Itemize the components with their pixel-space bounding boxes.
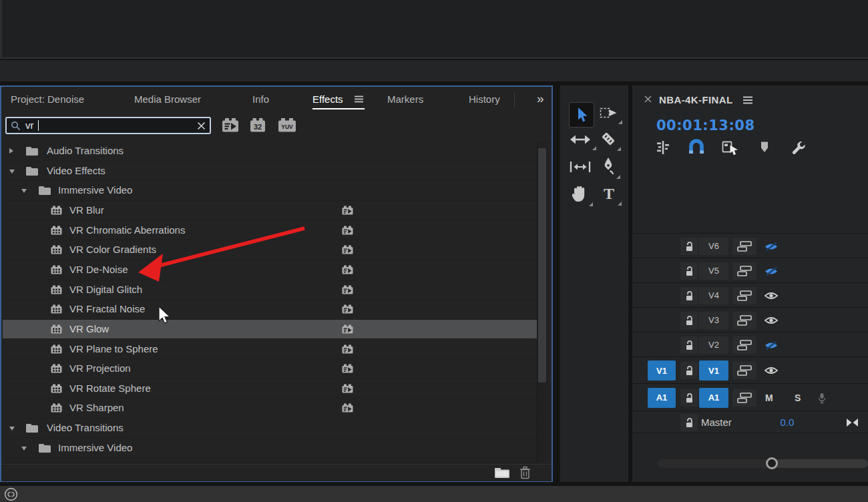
target-track-toggle[interactable] <box>732 262 756 280</box>
tree-folder-row[interactable]: Audio Transitions <box>3 142 537 162</box>
track-lock-button[interactable] <box>680 262 698 280</box>
tree-effect-row[interactable] <box>3 458 537 463</box>
target-track-toggle[interactable] <box>732 287 756 304</box>
tree-effect-row[interactable]: VR De-Noise <box>3 260 537 280</box>
tree-effect-row[interactable]: VR Digital Glitch <box>3 280 537 300</box>
chevron-down-icon[interactable] <box>9 170 15 174</box>
double-triangle-icon[interactable] <box>846 418 859 427</box>
timeline-timecode[interactable]: 00:01:13:08 <box>656 117 755 134</box>
track-header-v3[interactable]: V3 <box>632 307 868 332</box>
toggle-track-output-eye-icon[interactable] <box>764 291 779 300</box>
selection-tool[interactable] <box>569 102 594 128</box>
add-marker-icon[interactable] <box>760 141 769 153</box>
pen-tool[interactable] <box>599 156 618 177</box>
tree-effect-row[interactable]: VR Rotate Sphere <box>3 379 537 399</box>
solo-button[interactable]: S <box>795 393 801 403</box>
toggle-track-output-eye-icon[interactable] <box>764 316 779 325</box>
tab-media-browser[interactable]: Media Browser <box>134 93 201 105</box>
timeline-zoom-handle[interactable] <box>766 457 778 469</box>
tab-info[interactable]: Info <box>252 93 269 105</box>
tab-effects[interactable]: Effects <box>312 93 343 105</box>
toggle-track-output-eye-icon[interactable] <box>764 366 779 375</box>
mute-button[interactable]: M <box>765 393 773 403</box>
track-lock-button[interactable] <box>680 414 698 431</box>
panel-menu-icon[interactable] <box>354 95 364 103</box>
ripple-edit-tool[interactable] <box>567 130 594 148</box>
track-header-v6[interactable]: V6 <box>632 233 868 258</box>
target-track-toggle[interactable] <box>732 336 756 354</box>
tree-folder-row[interactable]: Immersive Video <box>3 181 537 201</box>
panel-menu-icon[interactable] <box>742 96 753 104</box>
track-name-cell[interactable]: V4 <box>699 287 728 304</box>
snap-icon[interactable] <box>688 139 705 155</box>
timeline-settings-icon[interactable] <box>791 140 806 156</box>
track-select-forward-tool[interactable] <box>598 104 620 122</box>
track-name-cell[interactable]: V5 <box>699 262 728 280</box>
linked-selection-icon[interactable] <box>722 140 739 156</box>
source-patch-button-a1[interactable]: A1 <box>648 388 676 408</box>
tree-effect-row[interactable]: VR Sharpen <box>3 399 537 419</box>
hand-tool[interactable] <box>568 183 590 204</box>
delete-icon[interactable] <box>519 466 531 479</box>
tree-effect-row[interactable]: VR Color Gradients <box>3 240 537 260</box>
toggle-track-output-eye-off-icon[interactable] <box>764 242 779 252</box>
toggle-track-output-eye-off-icon[interactable] <box>764 340 779 350</box>
tree-effect-row[interactable]: VR Fractal Noise <box>3 300 537 320</box>
target-track-toggle[interactable] <box>732 238 756 255</box>
target-track-toggle[interactable] <box>732 362 756 379</box>
tree-effect-row[interactable]: VR Chromatic Aberrations <box>3 221 537 241</box>
new-custom-bin-icon[interactable] <box>494 467 510 479</box>
chevron-down-icon[interactable] <box>21 189 27 193</box>
tab-project-denoise[interactable]: Project: Denoise <box>11 93 84 105</box>
type-tool[interactable]: T <box>599 184 619 204</box>
track-lock-button[interactable] <box>680 389 698 407</box>
sequence-tab-title[interactable]: NBA-4K-FINAL <box>659 94 733 105</box>
close-icon[interactable] <box>644 95 652 103</box>
tab-history[interactable]: History <box>469 93 500 105</box>
folder-icon <box>25 146 39 156</box>
accelerated-effects-filter-icon[interactable] <box>222 117 239 133</box>
track-lock-button[interactable] <box>680 312 698 329</box>
track-header-v2[interactable]: V2 <box>632 332 868 356</box>
tree-effect-row[interactable]: VR Plane to Sphere <box>3 340 537 360</box>
slip-tool[interactable] <box>567 158 594 176</box>
track-name-cell[interactable]: V2 <box>699 336 728 354</box>
close-icon[interactable] <box>197 121 206 130</box>
tree-effect-row[interactable]: VR Projection <box>3 359 537 379</box>
insert-overwrite-as-nest-icon[interactable] <box>656 140 670 155</box>
chevron-down-icon[interactable] <box>9 427 15 431</box>
voiceover-record-mic-icon[interactable] <box>818 393 826 404</box>
track-header-master[interactable]: Master0.0 <box>632 411 868 433</box>
target-track-toggle[interactable] <box>732 312 756 329</box>
track-lock-button[interactable] <box>680 287 698 304</box>
source-patch-button-v1[interactable]: V1 <box>648 360 676 381</box>
tree-effect-row[interactable]: VR Blur <box>3 201 537 221</box>
track-lock-button[interactable] <box>680 362 698 379</box>
track-name-cell[interactable]: V6 <box>699 238 728 255</box>
track-name-cell[interactable]: V3 <box>699 312 728 329</box>
chevron-down-icon[interactable] <box>21 447 27 451</box>
track-lock-button[interactable] <box>680 336 698 354</box>
track-header-v4[interactable]: V4 <box>632 282 868 307</box>
razor-tool[interactable] <box>598 129 618 149</box>
panel-overflow-chevron-icon[interactable]: » <box>537 91 543 106</box>
tree-effect-row[interactable]: VR Glow <box>3 320 537 340</box>
target-track-toggle[interactable] <box>732 389 756 407</box>
tree-folder-row[interactable]: Video Effects <box>3 162 537 182</box>
master-volume-value[interactable]: 0.0 <box>776 417 799 428</box>
tree-folder-row[interactable]: Immersive Video <box>3 439 537 459</box>
track-lock-button[interactable] <box>680 238 698 255</box>
track-header-a1[interactable]: A1A1MS <box>632 383 868 411</box>
tree-folder-row[interactable]: Video Transitions <box>3 419 537 439</box>
tab-markers[interactable]: Markers <box>387 93 423 105</box>
target-track-button-v1[interactable]: V1 <box>699 360 728 381</box>
32bit-color-filter-icon[interactable]: 32 <box>250 117 266 133</box>
track-header-v5[interactable]: V5 <box>632 258 868 282</box>
search-input[interactable] <box>5 117 211 134</box>
target-track-button-a1[interactable]: A1 <box>699 388 728 408</box>
chevron-right-icon[interactable] <box>9 148 13 154</box>
effects-scrollbar-thumb[interactable] <box>538 148 546 383</box>
yuv-filter-icon[interactable]: YUV <box>278 117 296 133</box>
track-header-v1[interactable]: V1V1 <box>632 356 868 383</box>
toggle-track-output-eye-off-icon[interactable] <box>764 266 779 276</box>
